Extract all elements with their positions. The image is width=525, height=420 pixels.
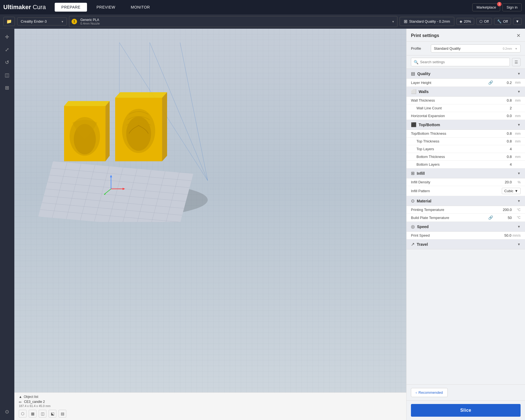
material-selector[interactable]: 1 Generic PLA 0.4mm Nozzle ▼ [69,16,397,27]
topbottom-chevron: ▼ [517,123,521,127]
search-input[interactable] [411,58,510,66]
toolbar: 📁 Creality Ender-3 ▼ 1 Generic PLA 0.4mm… [0,14,525,29]
adhesion-toggle[interactable]: 🔧 Off [494,18,511,25]
nozzle-name: 0.4mm Nozzle [80,22,100,25]
infill-pattern-row[interactable]: Infill Pattern Cubic ▼ [407,186,525,196]
perspective-icon[interactable]: ⬡ [19,410,27,418]
machine-name: Creality Ender-3 [21,19,47,23]
xray-icon[interactable]: ⬕ [49,410,56,418]
wall-thickness-unit: mm [512,99,521,102]
monitor-nav[interactable]: MONITOR [125,3,156,11]
move-tool[interactable]: ✛ [2,32,12,42]
marketplace-button[interactable]: Marketplace 1 [472,3,500,11]
rotate-tool[interactable]: ↺ [2,57,12,67]
scale-tool[interactable]: ⤢ [2,45,12,55]
settings-menu-button[interactable]: ☰ [512,58,521,66]
speed-section-icon: ◎ [411,224,415,229]
material-section-header[interactable]: ⊙ Material ▼ [407,196,525,206]
bottom-layers-value: 4 [495,162,512,167]
layer-height-label: Layer Height [411,81,488,85]
panel-title: Print settings [411,33,439,38]
wireframe-icon[interactable]: ◫ [39,410,46,418]
mirror-tool[interactable]: ◫ [2,70,12,80]
profile-selector[interactable]: Standard Quality 0.2mm ▼ [431,44,521,52]
svg-marker-24 [64,101,110,106]
open-file-button[interactable]: 📁 [3,17,15,26]
svg-marker-30 [162,92,167,161]
quality-selector[interactable]: ⊞ Standard Quality - 0.2mm [400,17,454,26]
layer-height-link-icon[interactable]: 🔗 [488,80,493,85]
topbottom-thickness-row[interactable]: Top/Bottom Thickness 0.8 mm [407,130,525,138]
folder-icon: 📁 [6,19,12,24]
preview-nav[interactable]: PREVIEW [90,3,121,11]
infill-pattern-value: Cubic [504,189,513,193]
machine-selector[interactable]: Creality Ender-3 ▼ [17,17,67,25]
bottom-thickness-row[interactable]: Bottom Thickness 0.8 mm [407,153,525,161]
layers-icon[interactable]: ▤ [59,410,66,418]
toolbar-expand-button[interactable]: ▼ [513,18,522,25]
infill-pattern-dropdown[interactable]: Cubic ▼ [502,188,521,194]
prepare-nav[interactable]: PREPARE [55,3,87,12]
print-speed-row[interactable]: Print Speed 50.0 mm/s [407,232,525,239]
layer-height-row[interactable]: Layer Height 🔗 0.2 mm [407,79,525,87]
build-plate-link-icon[interactable]: 🔗 [488,215,493,220]
close-panel-button[interactable]: ✕ [516,33,521,39]
infill-density-row[interactable]: Infill Density 20.0 % [407,178,525,186]
build-plate-temp-value: 50 [495,216,512,220]
slice-button[interactable]: Slice [411,404,521,417]
top-layers-label: Top Layers [411,147,495,151]
left-sidebar: ✛ ⤢ ↺ ◫ ⊞ ⊙ [0,29,14,420]
bottom-layers-row[interactable]: Bottom Layers 4 [407,161,525,168]
viewport[interactable]: ▲ Object list ✏ CE3_candle 2 187.4 x 61.… [14,29,406,420]
top-layers-row[interactable]: Top Layers 4 [407,145,525,153]
wall-thickness-row[interactable]: Wall Thickness 0.8 mm [407,97,525,104]
infill-section-title: Infill [417,171,425,176]
wall-thickness-value: 0.8 [495,98,512,102]
settings-scroll-area[interactable]: ▤ Quality ▼ Layer Height 🔗 0.2 mm ⬜ Wall… [407,69,525,384]
walls-section-header[interactable]: ⬜ Walls ▼ [407,87,525,97]
topbottom-thickness-label: Top/Bottom Thickness [411,131,495,136]
machine-dropdown-arrow: ▼ [61,20,64,23]
print-temp-row[interactable]: Printing Temperature 200.0 °C [407,206,525,214]
horizontal-expansion-row[interactable]: Horizontal Expansion 0.0 mm [407,112,525,120]
adhesion-icon: 🔧 [497,19,502,23]
material-section-title: Material [417,199,431,203]
layer-height-value: 0.2 [495,81,512,85]
speed-section-header[interactable]: ◎ Speed ▼ [407,222,525,232]
search-wrapper: 🔍 [411,58,510,66]
quality-section-title: Quality [417,72,430,76]
slice-area: Slice [407,400,525,420]
travel-section-icon: ↗ [411,242,415,247]
bottom-thickness-label: Bottom Thickness [411,155,495,159]
recommended-button[interactable]: ‹ Recommended [411,388,448,397]
travel-section-header[interactable]: ↗ Travel ▼ [407,239,525,249]
quality-section-header[interactable]: ▤ Quality ▼ [407,69,525,79]
svg-marker-25 [105,101,110,161]
horizontal-expansion-unit: mm [512,114,521,118]
infill-section-header[interactable]: ⊞ Infill ▼ [407,168,525,178]
svg-rect-7 [38,161,193,222]
topbar: Ultimaker Cura PREPARE PREVIEW MONITOR M… [0,0,525,14]
bottom-thickness-unit: mm [512,155,521,159]
walls-section-title: Walls [419,89,429,94]
topbottom-section-header[interactable]: ⬛ Top/Bottom ▼ [407,120,525,130]
top-thickness-row[interactable]: Top Thickness 0.8 mm [407,138,525,145]
build-plate-temp-row[interactable]: Build Plate Temperature 🔗 50 °C [407,214,525,222]
infill-pattern-chevron: ▼ [515,189,518,193]
horizontal-expansion-value: 0.0 [495,114,512,118]
layer-height-unit: mm [512,81,521,84]
wall-line-count-row[interactable]: Wall Line Count 2 [407,104,525,112]
per-model-tool[interactable]: ⊞ [2,83,12,93]
support-blocker-tool[interactable]: ⊙ [2,407,12,417]
logo-bold: Ultimaker [3,4,31,10]
print-settings-panel: Print settings ✕ Profile Standard Qualit… [406,29,525,420]
profile-dropdown-arrow: ▼ [515,47,518,50]
object-list-toggle[interactable]: ▲ Object list [19,395,402,399]
svg-point-33 [126,117,151,151]
solid-icon[interactable]: ▦ [29,410,36,418]
signin-button[interactable]: Sign in [502,3,522,11]
material-nozzle-icon: 1 [72,19,77,24]
infill-toggle[interactable]: ◈ 20% [457,18,474,25]
object-action-icons: ⬡ ▦ ◫ ⬕ ▤ [19,410,402,418]
support-toggle[interactable]: ⬡ Off [476,18,492,25]
